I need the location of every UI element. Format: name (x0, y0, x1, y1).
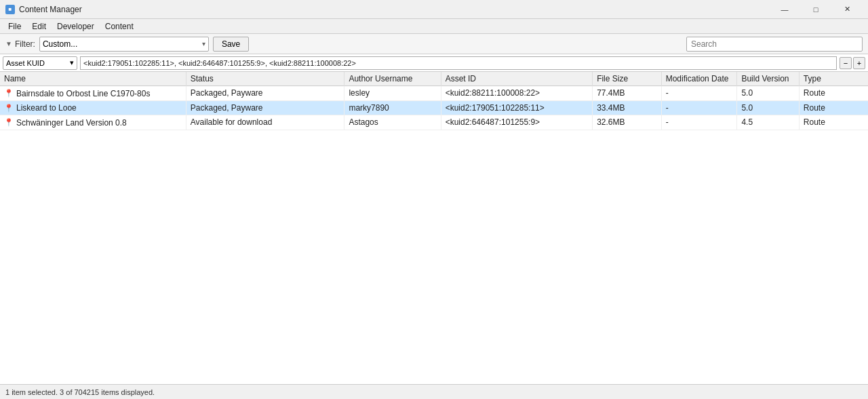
status-bar: 1 item selected. 3 of 704215 items displ… (0, 384, 868, 399)
save-button[interactable]: Save (213, 37, 249, 52)
search-input[interactable] (691, 39, 858, 49)
cell-status: Packaged, Payware (186, 100, 344, 115)
col-header-name[interactable]: Name (0, 72, 186, 86)
cell-filesize: 77.4MB (593, 86, 662, 101)
cell-type: Route (799, 86, 868, 101)
title-bar: ■ Content Manager — □ ✕ (0, 0, 868, 19)
chevron-down-icon: ▾ (202, 40, 205, 48)
table-row[interactable]: 📍Liskeard to LooePackaged, Paywaremarky7… (0, 100, 868, 115)
col-header-type[interactable]: Type (799, 72, 868, 86)
cell-author: Astagos (344, 115, 441, 130)
kuid-bar: Asset KUID ▾ <kuid2:179051:102285:11>, <… (0, 54, 868, 72)
kuid-minus-button[interactable]: − (840, 57, 852, 69)
col-header-author[interactable]: Author Username (344, 72, 441, 86)
menu-edit[interactable]: Edit (26, 20, 52, 33)
search-box[interactable] (686, 37, 863, 52)
menu-file[interactable]: File (3, 20, 26, 33)
pin-icon: 📍 (4, 89, 14, 98)
cell-author: marky7890 (344, 100, 441, 115)
filter-label: ▼ Filter: (5, 39, 35, 49)
cell-buildver: 5.0 (737, 86, 799, 101)
toolbar: ▼ Filter: Custom... ▾ Save (0, 34, 868, 54)
status-text: 1 item selected. 3 of 704215 items displ… (5, 388, 155, 396)
cell-type: Route (799, 100, 868, 115)
filter-dropdown-value: Custom... (43, 39, 77, 49)
table-row[interactable]: 📍Bairnsdale to Orbost Line C1970-80sPack… (0, 86, 868, 101)
cell-assetid: <kuid2:88211:100008:22> (441, 86, 592, 101)
close-button[interactable]: ✕ (831, 0, 863, 19)
cell-filesize: 32.6MB (593, 115, 662, 130)
kuid-chevron-icon: ▾ (70, 58, 74, 67)
menu-developer[interactable]: Developer (52, 20, 100, 33)
menu-bar: File Edit Developer Content (0, 19, 868, 34)
col-header-status[interactable]: Status (186, 72, 344, 86)
content-table: Name Status Author Username Asset ID Fil… (0, 72, 868, 130)
cell-buildver: 5.0 (737, 100, 799, 115)
menu-content[interactable]: Content (100, 20, 139, 33)
cell-author: lesley (344, 86, 441, 101)
filter-text: Filter: (15, 39, 35, 49)
kuid-dropdown-label: Asset KUID (6, 59, 45, 67)
table-header-row: Name Status Author Username Asset ID Fil… (0, 72, 868, 86)
cell-status: Available for download (186, 115, 344, 130)
table-row[interactable]: 📍Schwäninger Land Version 0.8Available f… (0, 115, 868, 130)
filter-dropdown[interactable]: Custom... ▾ (39, 37, 209, 52)
maximize-button[interactable]: □ (800, 0, 831, 19)
col-header-assetid[interactable]: Asset ID (441, 72, 592, 86)
col-header-buildver[interactable]: Build Version (737, 72, 799, 86)
cell-moddate: - (661, 86, 737, 101)
kuid-input-area[interactable]: <kuid2:179051:102285:11>, <kuid2:646487:… (80, 56, 837, 70)
title-bar-buttons: — □ ✕ (769, 0, 863, 19)
cell-name: 📍Liskeard to Looe (0, 100, 186, 115)
pin-icon: 📍 (4, 118, 14, 127)
kuid-plus-button[interactable]: + (853, 57, 865, 69)
kuid-controls: − + (840, 57, 865, 69)
cell-filesize: 33.4MB (593, 100, 662, 115)
cell-name: 📍Schwäninger Land Version 0.8 (0, 115, 186, 130)
cell-assetid: <kuid2:646487:101255:9> (441, 115, 592, 130)
cell-moddate: - (661, 115, 737, 130)
kuid-type-dropdown[interactable]: Asset KUID ▾ (3, 56, 77, 70)
cell-status: Packaged, Payware (186, 86, 344, 101)
pin-icon: 📍 (4, 104, 14, 113)
app-icon: ■ (5, 5, 15, 14)
window-title: Content Manager (19, 5, 769, 14)
col-header-moddate[interactable]: Modification Date (661, 72, 737, 86)
cell-name: 📍Bairnsdale to Orbost Line C1970-80s (0, 86, 186, 101)
kuid-value: <kuid2:179051:102285:11>, <kuid2:646487:… (83, 59, 356, 67)
minimize-button[interactable]: — (769, 0, 800, 19)
content-table-container: Name Status Author Username Asset ID Fil… (0, 72, 868, 384)
col-header-filesize[interactable]: File Size (593, 72, 662, 86)
cell-assetid: <kuid2:179051:102285:11> (441, 100, 592, 115)
filter-icon: ▼ (5, 40, 12, 48)
cell-type: Route (799, 115, 868, 130)
cell-buildver: 4.5 (737, 115, 799, 130)
cell-moddate: - (661, 100, 737, 115)
